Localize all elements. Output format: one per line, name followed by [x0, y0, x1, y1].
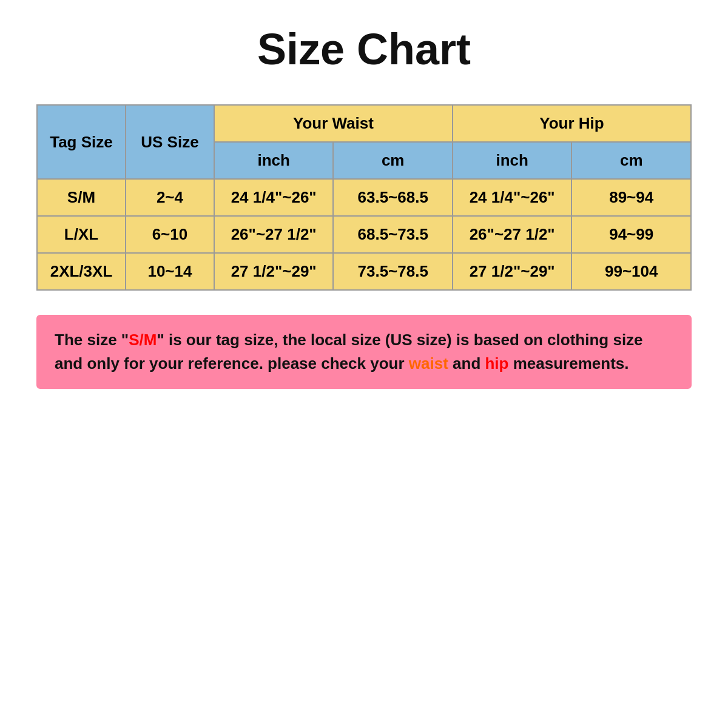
us-size-header: US Size [126, 105, 214, 179]
hip-group-header: Your Hip [453, 105, 691, 142]
waist-cm-sm: 63.5~68.5 [333, 179, 453, 216]
waist-inch-header: inch [214, 142, 334, 179]
table-row: L/XL 6~10 26"~27 1/2" 68.5~73.5 26"~27 1… [37, 216, 691, 253]
us-2xl: 10~14 [126, 253, 214, 290]
page-title: Size Chart [257, 24, 471, 74]
waist-group-header: Your Waist [214, 105, 453, 142]
hip-inch-header: inch [453, 142, 572, 179]
us-lxl: 6~10 [126, 216, 214, 253]
hip-cm-header: cm [571, 142, 691, 179]
hip-cm-lxl: 94~99 [571, 216, 691, 253]
tag-size-header: Tag Size [37, 105, 126, 179]
size-chart-table: Tag Size US Size Your Waist Your Hip inc… [36, 104, 692, 291]
waist-cm-2xl: 73.5~78.5 [333, 253, 453, 290]
note-box: The size "S/M" is our tag size, the loca… [36, 315, 692, 389]
note-hip: hip [485, 354, 508, 372]
table-row: 2XL/3XL 10~14 27 1/2"~29" 73.5~78.5 27 1… [37, 253, 691, 290]
note-prefix: The size " [55, 331, 129, 349]
tag-2xl: 2XL/3XL [37, 253, 126, 290]
us-sm: 2~4 [126, 179, 214, 216]
hip-inch-lxl: 26"~27 1/2" [453, 216, 572, 253]
hip-inch-sm: 24 1/4"~26" [453, 179, 572, 216]
hip-cm-2xl: 99~104 [571, 253, 691, 290]
note-waist: waist [409, 354, 448, 372]
tag-lxl: L/XL [37, 216, 126, 253]
hip-cm-sm: 89~94 [571, 179, 691, 216]
waist-inch-lxl: 26"~27 1/2" [214, 216, 334, 253]
waist-cm-header: cm [333, 142, 453, 179]
waist-inch-2xl: 27 1/2"~29" [214, 253, 334, 290]
note-suffix: measurements. [508, 354, 629, 372]
table-row: S/M 2~4 24 1/4"~26" 63.5~68.5 24 1/4"~26… [37, 179, 691, 216]
note-tag: S/M [129, 331, 157, 349]
tag-sm: S/M [37, 179, 126, 216]
hip-inch-2xl: 27 1/2"~29" [453, 253, 572, 290]
waist-cm-lxl: 68.5~73.5 [333, 216, 453, 253]
waist-inch-sm: 24 1/4"~26" [214, 179, 334, 216]
note-and: and [448, 354, 485, 372]
